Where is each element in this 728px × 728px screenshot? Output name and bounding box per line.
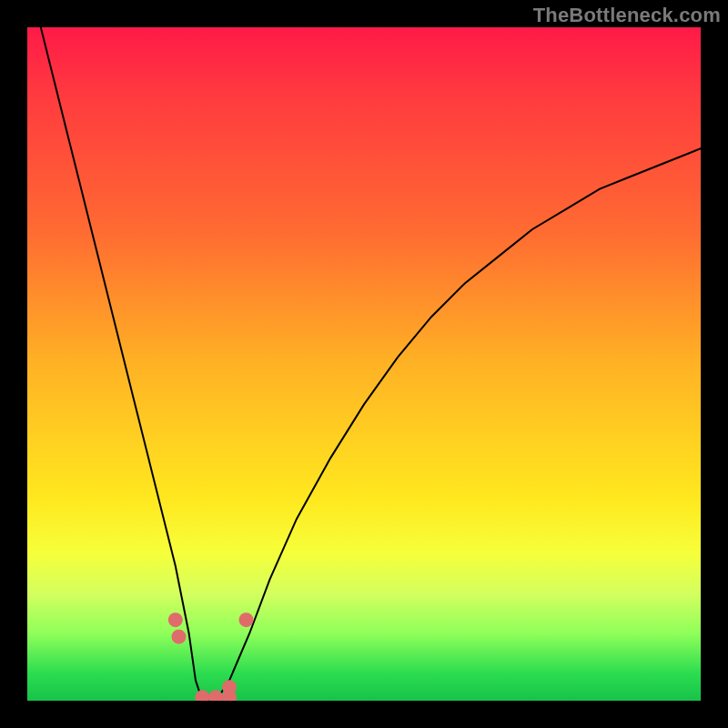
marker-dot [222,680,237,694]
watermark-text: TheBottleneck.com [533,4,721,27]
plot-area [27,27,701,701]
marker-dot [195,690,209,701]
curve-layer [27,27,701,701]
marker-dot [239,612,254,627]
marker-group [168,612,254,701]
marker-dot [172,630,187,644]
marker-dot [168,612,183,627]
bottleneck-curve [41,27,701,701]
chart-root: TheBottleneck.com [0,0,728,728]
